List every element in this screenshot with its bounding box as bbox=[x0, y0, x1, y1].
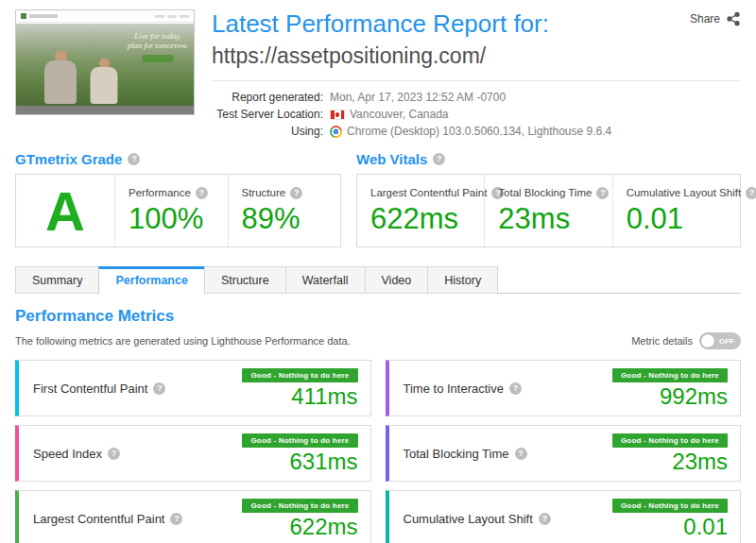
card-total-blocking-time: Total Blocking Time ? Good - Nothing to … bbox=[386, 425, 742, 482]
hero-caption-line2: plan for tomorrow. bbox=[128, 41, 188, 50]
card-speed-index: Speed Index ? Good - Nothing to do here … bbox=[15, 425, 371, 482]
help-icon[interactable]: ? bbox=[596, 187, 609, 199]
chrome-browser-icon bbox=[330, 126, 342, 138]
tab-video[interactable]: Video bbox=[365, 266, 429, 294]
tab-history[interactable]: History bbox=[427, 266, 498, 294]
report-url-link[interactable]: https://assetpositioning.com/ bbox=[212, 43, 741, 69]
report-generated-row: Report generated: Mon, Apr 17, 2023 12:5… bbox=[212, 89, 741, 106]
header-divider bbox=[212, 80, 741, 81]
test-server-value: Vancouver, Canada bbox=[350, 106, 449, 123]
lcp-vital-cell: Largest Contentful Paint ? 622ms bbox=[357, 175, 484, 246]
metric-cards-grid: First Contentful Paint ? Good - Nothing … bbox=[15, 360, 741, 543]
hero-caption: Live for today, plan for tomorrow. bbox=[128, 31, 188, 62]
help-icon[interactable]: ? bbox=[170, 513, 182, 525]
status-badge: Good - Nothing to do here bbox=[242, 368, 357, 382]
share-icon bbox=[726, 11, 741, 26]
metric-details-toggle[interactable]: OFF bbox=[699, 332, 741, 349]
test-server-label: Test Server Location: bbox=[212, 106, 323, 123]
card-cumulative-layout-shift: Cumulative Layout Shift ? Good - Nothing… bbox=[386, 490, 742, 543]
help-icon[interactable]: ? bbox=[539, 513, 551, 525]
status-badge: Good - Nothing to do here bbox=[612, 368, 728, 382]
page-title: Latest Performance Report for: bbox=[212, 9, 690, 39]
card-label: Time to Interactive bbox=[404, 382, 504, 396]
card-first-contentful-paint: First Contentful Paint ? Good - Nothing … bbox=[15, 360, 371, 416]
hero-caption-line1: Live for today, bbox=[128, 31, 188, 41]
share-button-label: Share bbox=[690, 12, 720, 25]
share-button[interactable]: Share bbox=[690, 11, 741, 26]
hiker-figure bbox=[91, 59, 118, 104]
card-label: First Contentful Paint bbox=[33, 382, 147, 396]
site-logo-text bbox=[29, 14, 58, 18]
help-icon[interactable]: ? bbox=[509, 382, 522, 395]
using-value: Chrome (Desktop) 103.0.5060.134, Lightho… bbox=[347, 123, 611, 140]
help-icon[interactable]: ? bbox=[108, 448, 120, 460]
lcp-vital-label: Largest Contentful Paint bbox=[370, 187, 487, 198]
metric-details-label: Metric details bbox=[631, 335, 693, 347]
hiker-figure bbox=[44, 50, 77, 104]
help-icon[interactable]: ? bbox=[153, 382, 165, 395]
status-badge: Good - Nothing to do here bbox=[612, 499, 728, 513]
help-icon[interactable]: ? bbox=[128, 153, 140, 165]
tab-structure[interactable]: Structure bbox=[204, 266, 286, 294]
tbt-vital-label: Total Blocking Time bbox=[498, 187, 592, 198]
card-value: 411ms bbox=[291, 385, 357, 408]
report-generated-label: Report generated: bbox=[212, 89, 323, 106]
report-generated-value: Mon, Apr 17, 2023 12:52 AM -0700 bbox=[330, 89, 506, 106]
lcp-vital-value: 622ms bbox=[370, 203, 471, 235]
toggle-knob bbox=[701, 334, 714, 348]
help-icon[interactable]: ? bbox=[746, 187, 756, 199]
card-largest-contentful-paint: Largest Contentful Paint ? Good - Nothin… bbox=[15, 490, 371, 543]
performance-metrics-heading: Performance Metrics bbox=[15, 307, 741, 326]
card-label: Largest Contentful Paint bbox=[33, 512, 164, 526]
canada-flag-icon bbox=[330, 110, 345, 120]
card-value: 631ms bbox=[289, 450, 357, 473]
card-label: Total Blocking Time bbox=[404, 447, 509, 461]
scores-row: GTmetrix Grade ? A Performance ? 100% St… bbox=[0, 151, 756, 247]
test-server-row: Test Server Location: Vancouver, Canada bbox=[212, 106, 741, 123]
site-logo-icon bbox=[21, 13, 26, 19]
header-main: Latest Performance Report for: Share bbox=[195, 9, 741, 140]
structure-score-value: 89% bbox=[242, 203, 328, 235]
report-info: Report generated: Mon, Apr 17, 2023 12:5… bbox=[212, 89, 741, 140]
tbt-vital-value: 23ms bbox=[498, 203, 598, 235]
web-vitals-heading: Web Vitals bbox=[356, 151, 427, 167]
toggle-state: OFF bbox=[719, 337, 734, 346]
performance-metrics-section: Performance Metrics The following metric… bbox=[0, 307, 756, 543]
help-icon[interactable]: ? bbox=[515, 448, 527, 460]
grade-letter: A bbox=[16, 175, 114, 246]
card-label: Speed Index bbox=[33, 447, 102, 461]
gtmetrix-grade-heading: GTmetrix Grade bbox=[15, 151, 122, 167]
thumbnail-browser-bar bbox=[16, 10, 194, 23]
report-header: Live for today, plan for tomorrow. Lates… bbox=[0, 0, 756, 140]
hero-cta-button bbox=[142, 55, 174, 62]
cls-vital-label: Cumulative Layout Shift bbox=[627, 187, 741, 198]
using-row: Using: Chrome (Desktop) 103.0.5060.134, … bbox=[212, 123, 741, 140]
status-badge: Good - Nothing to do here bbox=[242, 433, 357, 448]
help-icon[interactable]: ? bbox=[196, 187, 208, 199]
cls-vital-value: 0.01 bbox=[627, 203, 727, 235]
grade-box: A Performance ? 100% Structure ? 89% bbox=[15, 174, 341, 247]
performance-score-label: Performance bbox=[129, 187, 191, 198]
tbt-vital-cell: Total Blocking Time ? 23ms bbox=[484, 175, 611, 246]
help-icon[interactable]: ? bbox=[433, 153, 445, 165]
card-time-to-interactive: Time to Interactive ? Good - Nothing to … bbox=[386, 360, 742, 416]
web-vitals-box: Largest Contentful Paint ? 622ms Total B… bbox=[356, 174, 741, 247]
using-label: Using: bbox=[212, 123, 323, 140]
tab-summary[interactable]: Summary bbox=[15, 266, 99, 294]
card-label: Cumulative Layout Shift bbox=[404, 512, 533, 526]
help-icon[interactable]: ? bbox=[290, 187, 302, 199]
performance-score-value: 100% bbox=[129, 203, 215, 235]
card-value: 992ms bbox=[660, 385, 728, 408]
tab-waterfall[interactable]: Waterfall bbox=[285, 266, 366, 294]
status-badge: Good - Nothing to do here bbox=[242, 499, 357, 513]
status-badge: Good - Nothing to do here bbox=[612, 433, 728, 448]
performance-score-cell: Performance ? 100% bbox=[114, 175, 228, 246]
thumbnail-footer-bar bbox=[16, 106, 194, 114]
metrics-note: The following metrics are generated usin… bbox=[15, 335, 631, 347]
gtmetrix-report-page: Live for today, plan for tomorrow. Lates… bbox=[0, 0, 756, 543]
site-screenshot-thumbnail[interactable]: Live for today, plan for tomorrow. bbox=[15, 9, 195, 115]
gtmetrix-grade-section: GTmetrix Grade ? A Performance ? 100% St… bbox=[15, 151, 341, 247]
card-value: 622ms bbox=[289, 516, 357, 538]
card-value: 0.01 bbox=[683, 516, 728, 538]
tab-performance[interactable]: Performance bbox=[98, 266, 204, 294]
